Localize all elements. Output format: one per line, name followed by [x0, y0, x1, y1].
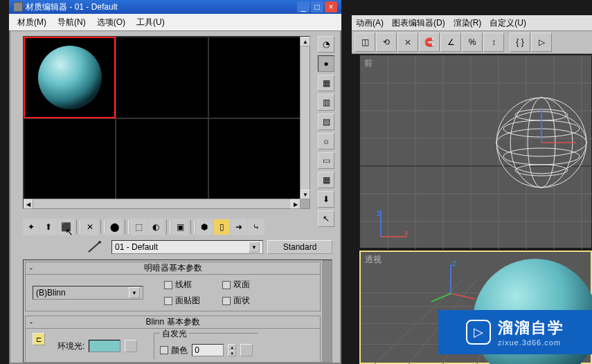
toolbar-percent-snap-icon[interactable]: %: [462, 33, 483, 52]
reset-map-icon[interactable]: ✕: [82, 219, 98, 235]
sample-side-toolbar: ◔ ● ▦ ▥ ▤ ☼ ▭ ▦ ⬇ ↖: [318, 36, 336, 227]
assign-to-selection-icon[interactable]: ⬛↖: [57, 219, 74, 235]
backlight-icon[interactable]: ▦: [318, 75, 334, 91]
video-check-icon[interactable]: ☼: [318, 133, 334, 149]
sample-slot-area: ▲ ▼ ◀ ▶: [23, 36, 310, 209]
window-minimize-button[interactable]: _: [297, 1, 310, 12]
window-maximize-button[interactable]: □: [311, 1, 323, 12]
options-icon[interactable]: ▦: [318, 172, 334, 188]
shader-type-dropdown[interactable]: (B)Blinn ▼: [33, 286, 143, 300]
show-end-result-icon[interactable]: ▯: [213, 219, 230, 235]
go-forward-icon[interactable]: ➜: [231, 219, 247, 235]
toolbar-snap-toggle-icon[interactable]: 🧲: [419, 33, 440, 52]
select-by-material-icon[interactable]: ⬇: [318, 191, 334, 208]
rollout-shader-title-label: 明暗器基本参数: [144, 262, 202, 274]
toolbar-mirror-icon[interactable]: ▷: [531, 33, 552, 52]
put-to-library-icon[interactable]: ⬚: [130, 219, 147, 235]
sample-sphere-icon[interactable]: ◔: [318, 36, 334, 53]
uv-tile-icon[interactable]: ▤: [318, 113, 334, 130]
menu-customize[interactable]: 自定义(U): [485, 15, 530, 31]
svg-point-23: [515, 165, 568, 176]
spinner-down-icon[interactable]: ▼: [228, 350, 236, 356]
toolbar-angle-snap-icon[interactable]: ∠: [440, 33, 461, 52]
ambient-color-swatch[interactable]: [89, 340, 120, 352]
checkbox-self-illum-color[interactable]: 颜色: [160, 345, 188, 356]
sample-horizontal-scrollbar[interactable]: ◀ ▶: [24, 199, 301, 208]
window-title: 材质编辑器 - 01 - Default: [26, 1, 296, 13]
spinner-up-icon[interactable]: ▲: [228, 344, 236, 350]
svg-point-47: [98, 241, 101, 244]
collapse-icon[interactable]: -: [30, 318, 33, 327]
toolbar-bind-icon[interactable]: ⟲: [376, 33, 397, 52]
material-editor-menubar: 材质(M) 导航(N) 选项(O) 工具(U): [9, 14, 341, 31]
shader-type-value: (B)Blinn: [36, 288, 66, 298]
sample-type-icon[interactable]: ●: [318, 55, 334, 72]
material-preview-sphere-icon: [35, 43, 105, 112]
material-type-button[interactable]: Standard: [267, 240, 332, 254]
chevron-down-icon[interactable]: ▼: [249, 242, 260, 253]
self-illum-value-input[interactable]: 0: [192, 344, 224, 356]
toolbar-unlink-icon[interactable]: ⤫: [397, 33, 418, 52]
material-name-dropdown[interactable]: 01 - Default ▼: [111, 240, 263, 254]
viewport-front[interactable]: 前: [359, 55, 592, 248]
ambient-map-button[interactable]: [125, 340, 137, 352]
menu-graph-editors[interactable]: 图表编辑器(D): [388, 15, 449, 31]
menu-utilities[interactable]: 工具(U): [131, 15, 170, 30]
menu-rendering[interactable]: 渲染(R): [449, 15, 486, 31]
get-material-icon[interactable]: ✦: [23, 219, 39, 235]
sample-slot-5[interactable]: [116, 118, 208, 200]
scroll-track[interactable]: [301, 46, 310, 190]
put-to-scene-icon[interactable]: ⬆: [40, 219, 57, 235]
menu-options[interactable]: 选项(O): [91, 15, 131, 30]
material-effects-icon[interactable]: ◐: [147, 219, 164, 235]
pick-material-from-object-icon[interactable]: [82, 240, 107, 254]
make-copy-icon[interactable]: ⬤: [106, 219, 123, 235]
window-close-button[interactable]: ×: [325, 1, 337, 12]
window-titlebar[interactable]: 材质编辑器 - 01 - Default _ □ ×: [9, 0, 341, 14]
svg-line-43: [431, 293, 451, 302]
menu-material[interactable]: 材质(M): [12, 15, 52, 30]
sample-vertical-scrollbar[interactable]: ▲ ▼: [300, 37, 310, 199]
toolbar-spinner-snap-icon[interactable]: ↕: [483, 33, 504, 52]
spinner-arrows[interactable]: ▲▼: [228, 344, 236, 356]
svg-text:z: z: [452, 259, 456, 268]
rollout-shader-basic: - 明暗器基本参数 (B)Blinn ▼ 线框 双面 面贴图 面状: [25, 262, 321, 311]
toolbar-select-link-icon[interactable]: ◫: [355, 33, 375, 52]
sample-slot-3[interactable]: [208, 37, 301, 118]
checkbox-faceted[interactable]: 面状: [222, 295, 250, 307]
chevron-down-icon[interactable]: ▼: [129, 287, 140, 298]
svg-line-46: [89, 242, 100, 252]
sample-slot-grid: [24, 37, 301, 199]
rollout-vertical-scrollbar[interactable]: [322, 260, 332, 362]
make-preview-icon[interactable]: ▭: [318, 152, 334, 169]
scroll-down-icon[interactable]: ▼: [301, 190, 310, 199]
lock-ambient-diffuse-icon[interactable]: ⊏: [33, 333, 45, 345]
checkbox-faceted-label: 面状: [233, 295, 250, 307]
wireframe-sphere: [493, 94, 590, 191]
checkbox-two-sided[interactable]: 双面: [222, 279, 250, 291]
background-icon[interactable]: ▥: [318, 94, 334, 111]
app-menubar: 动画(A) 图表编辑器(D) 渲染(R) 自定义(U): [352, 15, 592, 31]
pick-material-icon[interactable]: ⤷: [248, 219, 264, 235]
checkbox-wire[interactable]: 线框: [164, 279, 200, 291]
svg-text:z: z: [377, 209, 381, 218]
rollout-shader-title[interactable]: - 明暗器基本参数: [26, 262, 320, 275]
sample-slot-2[interactable]: [116, 37, 208, 118]
checkbox-face-map[interactable]: 面贴图: [164, 295, 200, 307]
toolbar-named-sel-icon[interactable]: { }: [510, 33, 530, 52]
sample-slot-1[interactable]: [24, 37, 116, 118]
scroll-track[interactable]: [33, 199, 291, 208]
sample-slot-4[interactable]: [24, 118, 116, 200]
self-illum-map-button[interactable]: [240, 344, 253, 356]
svg-text:x: x: [404, 228, 409, 237]
collapse-icon[interactable]: -: [30, 264, 33, 273]
sample-slot-6[interactable]: [208, 118, 301, 200]
scroll-up-icon[interactable]: ▲: [301, 37, 310, 46]
scroll-right-icon[interactable]: ▶: [291, 199, 301, 209]
go-to-parent-icon[interactable]: ⬢: [196, 219, 213, 235]
show-map-icon[interactable]: ▣: [172, 219, 188, 235]
menu-animation[interactable]: 动画(A): [352, 15, 388, 31]
rollout-blinn-title[interactable]: - Blinn 基本参数: [26, 316, 320, 329]
scroll-left-icon[interactable]: ◀: [24, 199, 33, 209]
menu-navigation[interactable]: 导航(N): [52, 15, 91, 30]
